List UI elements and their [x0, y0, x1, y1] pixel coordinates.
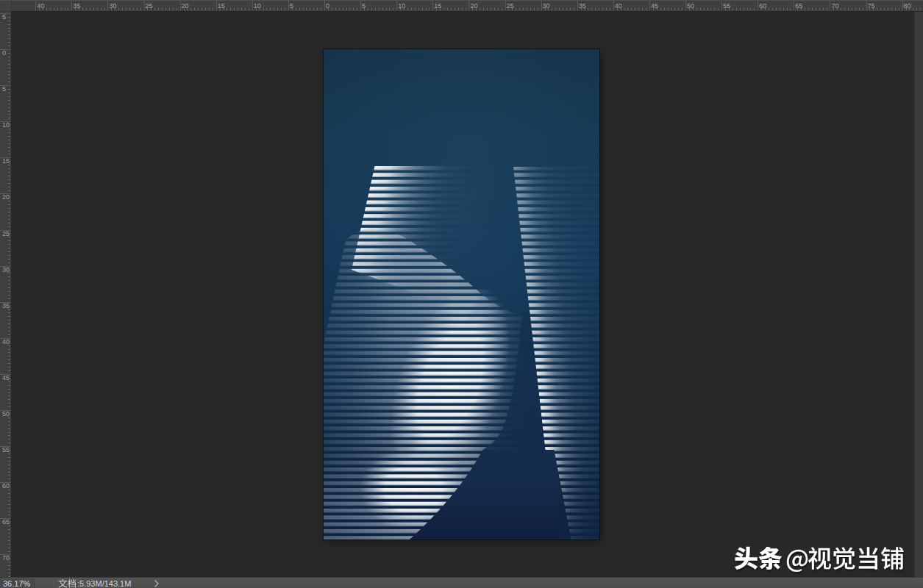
ruler-minor-tick [708, 8, 708, 10]
ruler-minor-tick [349, 8, 350, 10]
ruler-minor-tick [8, 512, 10, 512]
ruler-minor-tick [8, 129, 10, 129]
document-canvas[interactable] [324, 49, 599, 539]
ruler-minor-tick [8, 60, 10, 61]
ruler-minor-tick [8, 172, 10, 173]
horizontal-ruler[interactable]: 4035302520151050510152025303540455055606… [12, 0, 923, 12]
ruler-minor-tick [455, 8, 455, 10]
ruler-minor-tick [8, 273, 10, 273]
ruler-minor-tick [8, 237, 10, 237]
ruler-minor-tick [8, 537, 10, 537]
ruler-minor-tick [8, 38, 10, 39]
document-info-value: :5.93M/143.1M [77, 579, 131, 588]
ruler-minor-tick [8, 46, 10, 46]
ruler-minor-tick [805, 8, 805, 10]
ruler-minor-tick [68, 8, 68, 10]
ruler-minor-tick [8, 504, 10, 505]
ruler-minor-tick [869, 8, 870, 10]
ruler-minor-tick [137, 8, 138, 10]
ruler-minor-tick [8, 508, 10, 509]
ruler-minor-tick [8, 165, 10, 165]
ruler-minor-tick [382, 8, 383, 10]
ruler-minor-tick [8, 248, 10, 248]
ruler-major-tick [613, 0, 614, 10]
ruler-minor-tick [8, 429, 10, 429]
ruler-minor-tick [8, 327, 10, 328]
ruler-minor-tick [263, 8, 264, 10]
ruler-minor-tick [411, 8, 412, 10]
zoom-level-field[interactable]: 36.17% [0, 578, 35, 588]
ruler-minor-tick [797, 8, 798, 10]
ruler-minor-tick [8, 201, 10, 201]
ruler-minor-tick [129, 8, 130, 10]
ruler-minor-tick [8, 100, 10, 101]
ruler-minor-tick [61, 8, 62, 10]
ruler-minor-tick [328, 8, 329, 10]
ruler-minor-tick [754, 8, 755, 10]
ruler-minor-tick [863, 8, 863, 10]
ruler-minor-tick [8, 132, 10, 133]
ruler-minor-tick [899, 8, 899, 10]
ruler-minor-tick [631, 8, 632, 10]
ruler-minor-tick [552, 8, 552, 10]
ruler-major-tick [35, 0, 36, 10]
vertical-scrollbar[interactable] [914, 12, 923, 577]
ruler-minor-tick [8, 435, 10, 436]
ruler-minor-tick [776, 8, 777, 10]
ruler-major-tick [71, 0, 72, 10]
ruler-minor-tick [415, 8, 416, 10]
ruler-minor-tick [8, 197, 10, 198]
vertical-ruler[interactable]: 50510152025303540455055606570 [0, 12, 12, 577]
chevron-right-icon[interactable] [154, 580, 160, 587]
ruler-minor-tick [50, 8, 51, 10]
ruler-minor-tick [400, 8, 401, 10]
ruler-minor-tick [8, 93, 10, 93]
ruler-minor-tick [353, 8, 354, 10]
ruler-minor-tick [339, 8, 340, 10]
ruler-minor-tick [657, 8, 657, 10]
ruler-minor-tick [8, 204, 10, 205]
ruler-minor-tick [538, 8, 538, 10]
ruler-minor-tick [8, 565, 10, 566]
ruler-minor-tick [494, 8, 495, 10]
ruler-minor-tick [772, 8, 773, 10]
canvas-area[interactable] [12, 12, 914, 577]
ruler-minor-tick [682, 8, 683, 10]
ruler-minor-tick [458, 8, 459, 10]
ruler-minor-tick [466, 8, 466, 10]
ruler-minor-tick [8, 125, 10, 126]
ruler-minor-tick [422, 8, 423, 10]
ruler-minor-tick [8, 42, 10, 43]
glyph-档 [68, 579, 76, 587]
ruler-minor-tick [8, 450, 10, 451]
ruler-minor-tick [581, 8, 582, 10]
ruler-minor-tick [8, 298, 10, 299]
ruler-major-tick [144, 0, 145, 10]
ruler-minor-tick [230, 8, 231, 10]
ruler-minor-tick [508, 8, 509, 10]
ruler-minor-tick [8, 31, 10, 32]
ruler-minor-tick [306, 8, 307, 10]
ruler-minor-tick [880, 8, 881, 10]
ruler-minor-tick [303, 8, 304, 10]
ruler-minor-tick [8, 312, 10, 313]
ruler-minor-tick [8, 558, 10, 559]
ruler-minor-tick [346, 8, 347, 10]
ruler-origin-corner[interactable] [0, 0, 12, 12]
ruler-minor-tick [281, 8, 282, 10]
ruler-minor-tick [165, 8, 166, 10]
ruler-minor-tick [833, 8, 834, 10]
ruler-minor-tick [220, 8, 221, 10]
ruler-minor-tick [873, 8, 874, 10]
ruler-minor-tick [8, 64, 10, 65]
ruler-minor-tick [599, 8, 599, 10]
ruler-minor-tick [270, 8, 271, 10]
ruler-minor-tick [8, 89, 10, 90]
ruler-major-tick [758, 0, 758, 10]
ruler-minor-tick [638, 8, 639, 10]
ruler-minor-tick [245, 8, 246, 10]
ruler-minor-tick [292, 8, 293, 10]
ruler-minor-tick [8, 219, 10, 220]
ruler-minor-tick [498, 8, 499, 10]
ruler-minor-tick [371, 8, 372, 10]
